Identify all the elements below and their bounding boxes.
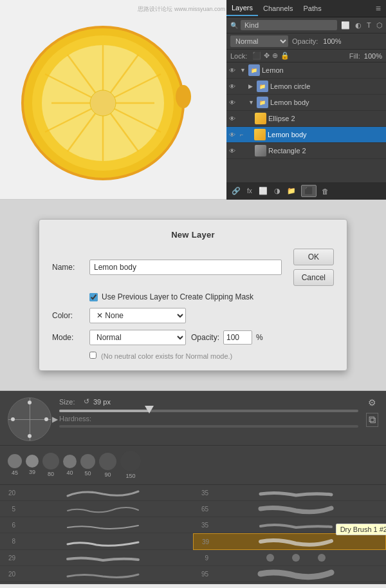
lock-all-icon[interactable]: 🔒 [280,52,290,60]
brush-size-thumb[interactable] [145,406,154,413]
clipping-mask-checkbox-row: Use Previous Layer to Create Clipping Ma… [89,292,334,301]
lock-artboard-icon[interactable]: ⊕ [272,52,278,60]
opacity-section: Opacity: % [191,330,263,345]
brush-thumb-label: 45 [12,469,18,476]
brush-thumb-item[interactable]: 50 [80,454,95,477]
new-layer-icon[interactable]: ⬛ [301,185,317,197]
layer-row[interactable]: 👁 ▼ 📁 Lemon body [226,95,386,111]
eye-icon[interactable]: 👁 [229,131,238,138]
layer-thumb: 📁 [257,97,268,108]
brush-thumb-item[interactable]: 80 [42,453,59,477]
delete-layer-icon[interactable]: 🗑 [320,186,330,196]
lemon-illustration [19,13,206,187]
layers-panel: Layers Channels Paths ≡ 🔍 ⬜ ◐ T ⬡ ◻ Norm… [226,0,386,200]
brush-handle-bottom[interactable] [28,434,32,438]
eye-icon[interactable]: 👁 [229,147,238,155]
eye-icon[interactable]: 👁 [229,67,238,74]
add-mask-icon[interactable]: ⬜ [257,185,269,196]
tab-channels[interactable]: Channels [258,1,298,15]
brush-list-item[interactable]: 20 [0,566,193,582]
brush-thumb-label: 40 [66,469,73,476]
layer-row[interactable]: 👁 ▼ 📁 Lemon [226,62,386,79]
brush-preview-stroke [18,518,188,531]
layer-name: Rectangle 2 [268,147,383,155]
cancel-button[interactable]: Cancel [293,269,334,286]
brush-hardness-slider[interactable] [59,425,358,428]
layers-menu-icon[interactable]: ≡ [371,0,386,17]
shape-filter-icon[interactable]: ⬡ [375,21,384,30]
expand-arrow[interactable]: ▶ [248,83,255,90]
dialog-buttons: OK Cancel [293,249,334,286]
color-row: Color: ✕ None Red Orange Yellow [52,308,334,323]
eye-icon[interactable]: 👁 [229,99,238,106]
brush-list-item[interactable]: 8 [0,533,193,550]
brush-list-item[interactable]: 5 [0,501,193,517]
add-adjustment-icon[interactable]: ◑ [273,185,282,196]
clipping-mask-checkbox[interactable] [89,293,98,301]
expand-arrow[interactable]: ▼ [248,99,255,106]
brush-new-preset-icon[interactable]: ⧉ [366,413,378,427]
layers-search-row: 🔍 ⬜ ◐ T ⬡ ◻ [226,17,386,33]
color-label: Color: [52,311,84,320]
brush-list-item[interactable]: 9 [193,550,386,566]
brush-list-item-selected[interactable]: 39 Dry Brush 1 #2 [193,533,386,550]
brush-list-item[interactable]: 6 [0,517,193,533]
layers-kind-input[interactable] [241,20,337,30]
brush-handle-right[interactable] [44,417,48,421]
ok-button[interactable]: OK [293,249,334,265]
brush-list-item[interactable]: 35 [193,485,386,501]
lock-pixels-icon[interactable]: ⬛ [252,52,261,60]
layer-row[interactable]: 👁 ▶ 📁 Lemon circle [226,79,386,95]
brush-preview-stroke [211,551,381,564]
brush-handle-left[interactable] [11,417,15,421]
tab-paths[interactable]: Paths [299,1,327,15]
brush-size-slider[interactable] [59,410,358,412]
layer-name-input[interactable] [89,260,282,275]
brush-list-item[interactable]: 20 [0,485,193,501]
neutral-checkbox[interactable] [89,352,96,359]
color-select[interactable]: ✕ None Red Orange Yellow [89,308,186,323]
layers-filter-icons: ⬜ ◐ T ⬡ ◻ [340,21,386,30]
brush-tooltip: Dry Brush 1 #2 [336,524,386,535]
layer-thumb: 📁 [248,64,260,76]
brush-list-item[interactable]: 95 [193,566,386,582]
brush-settings-icon[interactable]: ⚙ [368,397,376,408]
opacity-input[interactable] [223,330,252,345]
brush-thumb-item[interactable]: 40 [63,455,77,476]
brush-arrow-right[interactable]: ▶ [52,415,58,424]
fx-icon[interactable]: fx [246,186,253,196]
mode-select[interactable]: Normal Multiply Screen [89,330,186,345]
clipping-mask-icon: ⌐ [240,131,244,138]
brush-preview-stroke [18,535,188,548]
brush-list-item[interactable]: 29 [0,550,193,566]
search-icon: 🔍 [230,22,238,29]
layer-name: Lemon circle [270,82,383,90]
dialog-title: New Layer [52,230,334,240]
layer-row[interactable]: 👁 Rectangle 2 [226,143,386,159]
type-filter-icon[interactable]: T [365,21,372,30]
blend-mode-select[interactable]: Normal Multiply Screen [230,35,288,47]
brush-settings: Size: ↺ 39 px Hardness: [59,397,358,430]
lock-position-icon[interactable]: ✥ [264,52,270,60]
tab-layers[interactable]: Layers [226,1,258,16]
brush-thumb-item[interactable]: 90 [99,453,116,478]
layer-name: Lemon body [268,131,383,138]
link-layers-icon[interactable]: 🔗 [230,185,242,196]
brush-refresh-icon[interactable]: ↺ [84,397,89,406]
brush-thumb-item[interactable]: 45 [8,454,22,476]
adjustment-filter-icon[interactable]: ◐ [354,21,363,30]
layer-row[interactable]: 👁 Ellipse 2 [226,111,386,127]
pixel-filter-icon[interactable]: ⬜ [340,21,351,30]
brush-list-item[interactable]: 65 [193,501,386,517]
eye-icon[interactable]: 👁 [229,83,238,90]
expand-arrow[interactable]: ▼ [240,67,246,73]
eye-icon[interactable]: 👁 [229,115,238,122]
brush-size-num: 35 [198,522,208,529]
brush-handle-top[interactable] [28,401,32,404]
brush-size-num: 20 [5,571,15,578]
add-group-icon[interactable]: 📁 [286,185,297,196]
brush-thumb-item[interactable]: 39 [26,455,39,475]
layer-row[interactable]: 👁 ⌐ Lemon body [226,127,386,143]
brush-thumb-item[interactable]: 150 [120,451,141,479]
hardness-label: Hardness: [59,415,358,422]
